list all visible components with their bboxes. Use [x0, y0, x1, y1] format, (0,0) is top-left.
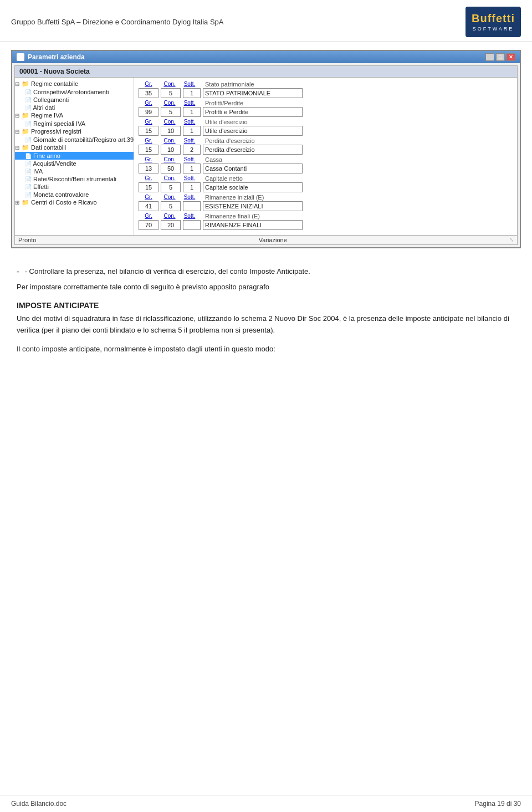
- field-con-4[interactable]: 10: [161, 145, 181, 155]
- col-label-gr[interactable]: Gr.: [139, 81, 158, 88]
- para2: Uno dei motivi di squadratura in fase di…: [17, 313, 515, 336]
- main-content: - - Controllare la presenza, nel bilanci…: [0, 256, 532, 374]
- col-label-con-7[interactable]: Con.: [160, 194, 180, 201]
- tree-item-corrispettivi[interactable]: 📄 Corrispettivi/Arrotondamenti: [15, 88, 134, 96]
- window-title: Parametri azienda: [28, 53, 85, 61]
- col-label-sott-6[interactable]: Sott.: [181, 175, 198, 182]
- resize-handle[interactable]: ⤡: [509, 237, 514, 243]
- tree-item-centri-costo[interactable]: ⊞ 📁 Centri di Costo e Ricavo: [15, 198, 134, 207]
- col-label-con-3[interactable]: Con.: [160, 119, 180, 125]
- field-sott-7[interactable]: [183, 201, 201, 211]
- tree-item-ratei[interactable]: 📄 Ratei/Risconti/Beni strumentali: [15, 175, 134, 183]
- col-label-gr-8[interactable]: Gr.: [139, 213, 158, 219]
- col-label-gr-7[interactable]: Gr.: [139, 194, 158, 201]
- folder-icon: 📁: [22, 112, 29, 119]
- col-label-gr-6[interactable]: Gr.: [139, 175, 158, 182]
- field-desc-7[interactable]: ESISTENZE INIZIALI: [203, 201, 303, 211]
- field-gr-3[interactable]: 15: [139, 126, 158, 136]
- bullet-text: - Controllare la presenza, nel bilancio …: [25, 267, 310, 276]
- col-label-con-6[interactable]: Con.: [160, 175, 180, 182]
- field-con-3[interactable]: 10: [161, 126, 181, 136]
- field-desc-5[interactable]: Cassa Contanti: [203, 164, 303, 173]
- field-gr-6[interactable]: 15: [139, 182, 158, 192]
- tree-item-moneta[interactable]: 📄 Moneta controvalore: [15, 191, 134, 198]
- tree-item-regime-iva[interactable]: ⊟ 📁 Regime IVA: [15, 111, 134, 120]
- section-block-2: Gr. Con. Sott. Profitti/Perdite 99 5 1 P…: [139, 100, 513, 117]
- section-block-8: Gr. Con. Sott. Rimanenze finali (E) 70 2…: [139, 213, 513, 230]
- section-block-3: Gr. Con. Sott. Utile d'esercizio 15 10 1…: [139, 119, 513, 136]
- close-button[interactable]: ✕: [507, 53, 515, 61]
- field-con-6[interactable]: 5: [161, 182, 181, 192]
- field-sott-6[interactable]: 1: [183, 182, 201, 192]
- field-sott-1[interactable]: 1: [183, 88, 201, 98]
- tree-item-acquisti-vendite[interactable]: 📄 Acquisti/Vendite: [15, 160, 134, 167]
- doc-icon: 📄: [25, 176, 32, 182]
- col-label-sott-5[interactable]: Sott.: [181, 156, 198, 163]
- row-label-2: Profitti/Perdite: [205, 100, 277, 106]
- tree-item-regime-contabile[interactable]: ⊟ 📁 Regime contabile: [15, 80, 134, 88]
- field-sott-4[interactable]: 2: [183, 145, 201, 155]
- field-sott-3[interactable]: 1: [183, 126, 201, 136]
- col-label-gr-3[interactable]: Gr.: [139, 119, 158, 125]
- tree-item-altri-dati[interactable]: 📄 Altri dati: [15, 104, 134, 111]
- col-label-sott-7[interactable]: Sott.: [181, 194, 198, 201]
- field-desc-2[interactable]: Profitti e Perdite: [203, 107, 303, 117]
- minimize-button[interactable]: _: [485, 53, 494, 61]
- col-label-gr-4[interactable]: Gr.: [139, 137, 158, 144]
- tree-item-regimi-speciali[interactable]: 📄 Regimi speciali IVA: [15, 120, 134, 127]
- tree-item-dati-contabili[interactable]: ⊟ 📁 Dati contabili: [15, 144, 134, 152]
- row-label-5: Cassa: [205, 156, 277, 163]
- maximize-button[interactable]: □: [496, 53, 505, 61]
- field-con-2[interactable]: 5: [161, 107, 181, 117]
- col-label-sott[interactable]: Sott.: [181, 81, 198, 88]
- tree-item-giornale[interactable]: 📄 Giornale di contabilità/Registro art.3…: [15, 136, 134, 144]
- field-con-5[interactable]: 50: [161, 164, 181, 173]
- field-desc-8[interactable]: RIMANENZE FINALI: [203, 220, 303, 230]
- doc-icon: 📄: [25, 137, 32, 143]
- field-gr-5[interactable]: 13: [139, 164, 158, 173]
- col-label-gr-2[interactable]: Gr.: [139, 100, 158, 106]
- field-sott-8[interactable]: [183, 220, 201, 230]
- doc-icon: 📄: [25, 192, 32, 198]
- col-label-gr-5[interactable]: Gr.: [139, 156, 158, 163]
- folder-icon: 📁: [22, 128, 29, 135]
- row-label-4: Perdita d'esercizio: [205, 137, 277, 144]
- section-block-5: Gr. Con. Sott. Cassa 13 50 1 Cassa Conta…: [139, 156, 513, 173]
- folder-icon: 📁: [22, 144, 29, 151]
- field-gr-7[interactable]: 41: [139, 201, 158, 211]
- field-desc-3[interactable]: Utile d'esercizio: [203, 126, 303, 136]
- field-sott-5[interactable]: 1: [183, 164, 201, 173]
- field-desc-4[interactable]: Perdita d'esercizio: [203, 145, 303, 155]
- col-label-con-5[interactable]: Con.: [160, 156, 180, 163]
- col-label-con-8[interactable]: Con.: [160, 213, 180, 219]
- tree-item-fine-anno[interactable]: 📄 Fine anno: [15, 152, 134, 160]
- doc-icon: 📄: [25, 184, 32, 190]
- tree-item-collegamenti[interactable]: 📄 Collegamenti: [15, 96, 134, 104]
- col-label-con-4[interactable]: Con.: [160, 137, 180, 144]
- tree-item-progressivi[interactable]: ⊟ 📁 Progressivi registri: [15, 127, 134, 136]
- para3: Il conto imposte anticipate, normalmente…: [17, 344, 515, 355]
- tree-item-iva[interactable]: 📄 IVA: [15, 167, 134, 175]
- col-label-con-2[interactable]: Con.: [160, 100, 180, 106]
- row-label-1: Stato patrimoniale: [205, 81, 277, 88]
- field-gr-8[interactable]: 70: [139, 220, 158, 230]
- logo-icon: Buffetti: [472, 12, 515, 25]
- field-con-8[interactable]: 20: [161, 220, 181, 230]
- col-label-sott-3[interactable]: Sott.: [181, 119, 198, 125]
- doc-icon: 📄: [25, 168, 32, 175]
- field-gr-4[interactable]: 15: [139, 145, 158, 155]
- col-label-sott-8[interactable]: Sott.: [181, 213, 198, 219]
- field-gr-2[interactable]: 99: [139, 107, 158, 117]
- col-label-sott-4[interactable]: Sott.: [181, 137, 198, 144]
- col-label-sott-2[interactable]: Sott.: [181, 100, 198, 106]
- field-con-1[interactable]: 5: [161, 88, 181, 98]
- field-gr-1[interactable]: 35: [139, 88, 158, 98]
- header-title: Gruppo Buffetti SpA – Direzione e Coordi…: [11, 18, 223, 26]
- col-label-con[interactable]: Con.: [160, 81, 180, 88]
- tree-item-effetti[interactable]: 📄 Effetti: [15, 183, 134, 191]
- doc-icon: 📄: [25, 105, 32, 111]
- field-sott-2[interactable]: 1: [183, 107, 201, 117]
- field-desc-6[interactable]: Capitale sociale: [203, 182, 303, 192]
- field-con-7[interactable]: 5: [161, 201, 181, 211]
- field-desc-1[interactable]: STATO PATRIMONIALE: [203, 88, 303, 98]
